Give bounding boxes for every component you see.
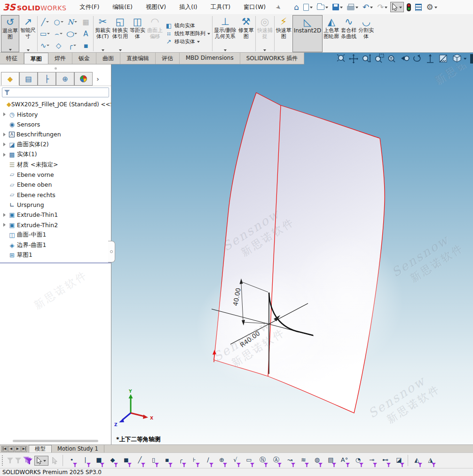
view-normal-to-icon[interactable]	[427, 54, 434, 63]
expand-arrow-icon[interactable]	[0, 213, 7, 217]
zoom-in-out-icon[interactable]	[363, 54, 371, 63]
sketch-text-tool[interactable]: A	[83, 30, 88, 38]
convert-entities-button[interactable]: ◱ 转换实 体引用	[111, 15, 129, 52]
performance-button[interactable]	[405, 2, 412, 12]
expand-arrow-icon[interactable]	[0, 112, 7, 116]
tree-item-mid-surface[interactable]: ◫曲面-中面1	[0, 230, 111, 240]
mirror-entities-button[interactable]: ◧ 镜向实体	[165, 22, 210, 29]
offset-entities-button[interactable]: ◫ 等距实 体	[129, 15, 146, 52]
tab-weldments[interactable]: 焊件	[48, 53, 72, 64]
panel-horizontal-scrollbar[interactable]	[13, 440, 98, 442]
tab-dimxpertmanager[interactable]: ⊕	[56, 72, 74, 86]
filter-origin-icon[interactable]: ⊕	[216, 455, 228, 466]
sketch-grid-tool[interactable]: ▦	[82, 18, 89, 26]
filter-surface-body-icon[interactable]: ◆	[107, 455, 118, 466]
tab-surfaces[interactable]: 曲面	[96, 53, 120, 64]
offset-on-surface-button[interactable]: ◠ 曲面上 偏移	[146, 15, 164, 52]
select-button[interactable]	[34, 456, 48, 466]
filter-point-light-icon[interactable]: ◮	[425, 455, 436, 466]
filter-zoom-note-icon[interactable]: Ⓝ	[257, 455, 268, 466]
trim-entities-button[interactable]: ✂ 剪裁实 体(T)	[94, 15, 111, 52]
all-filters-icon[interactable]	[23, 457, 32, 464]
save-button[interactable]	[331, 3, 344, 11]
tree-item-boundary-surface[interactable]: ◈边界-曲面1	[0, 240, 111, 250]
ellipse-tool[interactable]: ○	[67, 30, 77, 38]
expand-arrow-icon[interactable]	[0, 143, 7, 146]
menu-tools[interactable]: 工具(T)	[204, 1, 237, 13]
filter-weld-icon[interactable]: ≋	[298, 455, 309, 466]
tree-item-sketch1[interactable]: ⊞草图1	[0, 250, 111, 260]
move-entities-button[interactable]: ↗ 移动实体	[165, 38, 210, 45]
tab-mbd-dimensions[interactable]: MBD Dimensions	[180, 53, 240, 64]
menu-edit[interactable]: 编辑(E)	[106, 1, 139, 13]
filter-equation-icon[interactable]: √	[229, 455, 241, 466]
model-scene[interactable]: 40.00 R40.00 Y X Z	[111, 64, 473, 444]
zoom-fit-icon[interactable]	[337, 55, 345, 62]
redo-button[interactable]: ↷	[376, 2, 389, 12]
filter-mate-b-icon[interactable]: ⊷	[379, 455, 391, 466]
tree-item-front-plane[interactable]: ▱Ebene vorne	[0, 170, 111, 180]
tree-item-sensors[interactable]: ◉Sensors	[0, 119, 111, 129]
tree-item-annotations[interactable]: ABeschriftungen	[0, 129, 111, 139]
filter-face-icon[interactable]: ■	[93, 455, 105, 466]
filter-vertex-icon[interactable]: •	[66, 455, 78, 466]
filter-sketch-fillet-icon[interactable]: ╭	[175, 455, 187, 466]
motion-study-tab[interactable]: Motion Study 1	[52, 445, 104, 452]
section-view-icon[interactable]	[440, 55, 447, 62]
tab-sheet-metal[interactable]: 钣金	[72, 53, 96, 64]
filter-surface-finish-icon[interactable]: ↝	[284, 455, 296, 466]
tab-features[interactable]: 特征	[0, 53, 24, 64]
freeform-tool[interactable]: ∿	[40, 41, 50, 50]
point-tool[interactable]: ▪	[83, 41, 88, 50]
prev-tab-button[interactable]: ◀	[8, 446, 14, 452]
menu-view[interactable]: 视图(V)	[139, 1, 173, 13]
tree-root-part[interactable]: › ◆ SWX2025_Fillet_JOE (Standard) <<St	[0, 99, 111, 109]
magnetic-select-button[interactable]	[50, 456, 60, 465]
polygon-tool[interactable]: ◇	[56, 41, 62, 50]
graphics-viewport[interactable]: 40.00 R40.00 Y X Z	[111, 64, 473, 444]
task-pane-button[interactable]	[414, 3, 423, 12]
filter-drawing-view-icon[interactable]: ▤	[325, 455, 337, 466]
sketch-fillet-tool[interactable]: ╭	[68, 41, 76, 50]
options-button[interactable]: ⚙	[425, 2, 438, 12]
clear-filters-icon[interactable]	[15, 458, 21, 463]
home-button[interactable]: ⌂	[292, 2, 300, 12]
tree-item-material[interactable]: ☰材质 <未指定>	[0, 159, 111, 169]
print-button[interactable]	[346, 3, 360, 11]
tree-item-surface-bodies[interactable]: ◪曲面实体(2)	[0, 140, 111, 150]
quick-snaps-button[interactable]: ◎ 快速捕 捉	[256, 15, 274, 52]
filter-section-icon[interactable]: ◔	[352, 455, 364, 466]
previous-view-icon[interactable]	[401, 56, 409, 61]
filter-point-icon[interactable]: ▪	[161, 455, 173, 466]
linear-pattern-button[interactable]: ⠶ 线性草图阵列	[165, 30, 210, 37]
tab-configurationmanager[interactable]: ├	[38, 72, 56, 86]
toolbar-grip[interactable]	[2, 455, 4, 466]
model-tab[interactable]: 模型	[29, 445, 52, 452]
tree-item-extrude-thin2[interactable]: ▣Extrude-Thin2	[0, 220, 111, 230]
filter-angle-dim-icon[interactable]: A°	[339, 455, 350, 466]
filter-mate-a-icon[interactable]: ⊸	[366, 455, 378, 466]
tab-sketch[interactable]: 草图	[24, 53, 48, 64]
tab-direct-editing[interactable]: 直接编辑	[120, 53, 156, 64]
tree-item-origin[interactable]: ∟Ursprung	[0, 200, 111, 210]
menu-insert[interactable]: 插入(I)	[173, 1, 204, 13]
filter-axis-icon[interactable]: ∕	[202, 455, 214, 466]
tree-item-history[interactable]: ◷History	[0, 109, 111, 119]
display-delete-relations-button[interactable]: ⊥ 显示/删除 几何关系	[213, 15, 237, 52]
fit-spline-button[interactable]: ∿ 套合样 条曲线	[340, 15, 357, 52]
filter-plane-icon[interactable]: ▯	[148, 455, 159, 466]
tab-displaymanager[interactable]	[74, 72, 93, 86]
rotate-view-icon[interactable]	[414, 55, 420, 61]
expand-arrow-icon[interactable]	[0, 153, 7, 157]
smart-dimension-button[interactable]: ↗ 智能尺 寸	[19, 15, 37, 52]
tree-item-extrude-thin1[interactable]: ▣Extrude-Thin1	[0, 210, 111, 220]
filter-light-icon[interactable]: ◭	[411, 455, 423, 466]
next-tab-button[interactable]: ▶	[15, 446, 21, 452]
tab-propertymanager[interactable]: ▤	[19, 72, 38, 86]
filter-edge-icon[interactable]: |	[79, 455, 91, 466]
circle-tool[interactable]: ○	[54, 18, 63, 26]
panel-splitter-handle[interactable]	[108, 241, 115, 262]
filter-sketch-segment-icon[interactable]: ⊦	[189, 455, 200, 466]
panel-collapse-handle[interactable]	[0, 64, 111, 72]
view-orientation-icon[interactable]	[453, 54, 466, 62]
